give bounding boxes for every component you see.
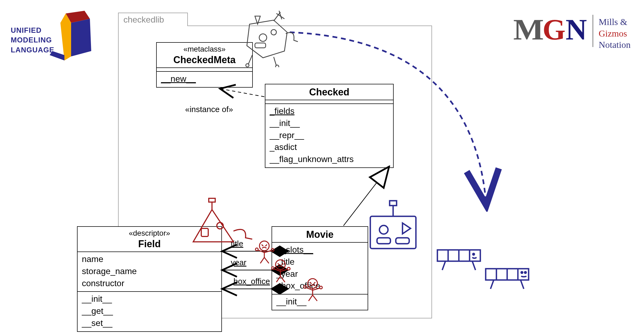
class-head: Movie: [272, 227, 368, 243]
svg-point-58: [525, 272, 526, 273]
svg-marker-1: [60, 13, 71, 60]
mgn-instance2-icon: [483, 263, 534, 293]
class-head: «descriptor» Field: [78, 227, 221, 252]
svg-rect-46: [437, 250, 480, 261]
member: _asdict: [270, 141, 389, 153]
stereotype: «metaclass»: [160, 44, 248, 54]
methods: __new__: [157, 72, 252, 87]
mgn-line1: Mills &: [599, 16, 631, 28]
uml-logo-text: UNIFIED MODELING LANGUAGE: [11, 26, 54, 55]
assoc-title-label: title: [231, 239, 243, 248]
svg-line-59: [491, 280, 494, 289]
class-name: CheckedMeta: [160, 54, 248, 66]
member: _title: [276, 256, 363, 268]
member: _fields: [270, 105, 389, 117]
assoc-boxoffice-label: box_office: [233, 277, 270, 286]
class-name: Movie: [276, 228, 364, 240]
member: __slots__: [276, 244, 363, 256]
mgn-logo: MGN Mills & Gizmos Notation: [515, 15, 631, 51]
method-new: __new__: [161, 73, 248, 85]
method: __init__: [82, 293, 217, 305]
svg-line-60: [521, 280, 524, 289]
package-tab: checkedlib: [118, 13, 188, 26]
attr: name: [82, 253, 217, 265]
empty-attrs: [265, 100, 393, 104]
members: __slots__ _title _year _box_office: [272, 243, 368, 295]
method: __set__: [82, 317, 217, 329]
svg-marker-3: [50, 51, 64, 60]
package-checkedlib: checkedlib «metaclass» CheckedMeta __new…: [118, 26, 432, 318]
mgn-instance1-icon: [435, 245, 486, 274]
uml-cube-icon: [50, 11, 93, 62]
uml-line2: MODELING: [11, 35, 54, 45]
instance-of-label: «instance of»: [185, 105, 233, 114]
uml-logo: UNIFIED MODELING LANGUAGE: [11, 11, 86, 62]
attrs: name storage_name constructor: [78, 252, 221, 292]
member: _year: [276, 268, 363, 280]
class-checked: Checked _fields __init__ __repr__ _asdic…: [265, 84, 394, 168]
members: _fields __init__ __repr__ _asdict __flag…: [265, 104, 393, 167]
mgn-text: Mills & Gizmos Notation: [599, 15, 631, 51]
member: __init__: [270, 117, 389, 129]
member: __repr__: [270, 129, 389, 141]
assoc-year-label: year: [231, 258, 246, 267]
class-checkedmeta: «metaclass» CheckedMeta __new__: [156, 42, 253, 88]
svg-line-51: [442, 261, 445, 270]
class-movie: Movie __slots__ _title _year _box_office…: [272, 226, 368, 310]
uml-line3: LANGUAGE: [11, 45, 54, 55]
uml-line1: UNIFIED: [11, 26, 54, 35]
mgn-separator: [592, 15, 593, 47]
mgn-letters: MGN: [515, 15, 587, 44]
class-name: Field: [81, 238, 218, 250]
class-field: «descriptor» Field name storage_name con…: [77, 226, 222, 332]
class-name: Checked: [269, 86, 389, 98]
svg-marker-2: [71, 19, 91, 56]
member: _box_office: [276, 280, 363, 292]
member: __flag_unknown_attrs: [270, 153, 389, 165]
svg-point-50: [473, 253, 474, 255]
empty-attrs: [157, 68, 252, 72]
svg-point-57: [521, 272, 523, 273]
method: __get__: [82, 305, 217, 317]
svg-line-52: [472, 261, 475, 270]
class-head: «metaclass» CheckedMeta: [157, 43, 252, 68]
svg-rect-53: [486, 269, 529, 280]
mgn-line3: Notation: [599, 39, 631, 51]
attr: constructor: [82, 277, 217, 289]
stereotype: «descriptor»: [81, 228, 218, 238]
mgn-line2: Gizmos: [599, 28, 631, 39]
methods: __init__: [272, 295, 368, 310]
attr: storage_name: [82, 265, 217, 277]
method: __init__: [276, 296, 363, 308]
methods: __init__ __get__ __set__: [78, 292, 221, 331]
class-head: Checked: [265, 84, 393, 100]
